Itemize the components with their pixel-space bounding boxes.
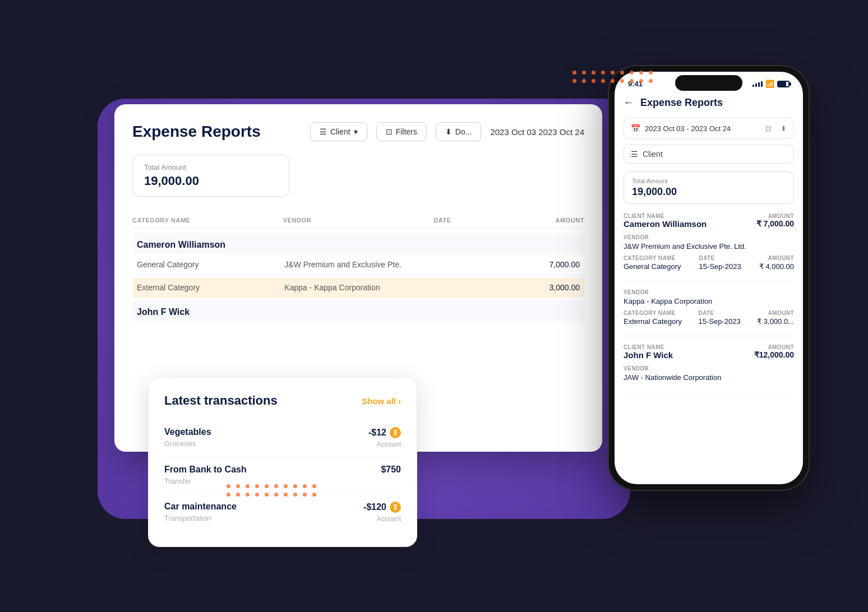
- trans-amount-right: -$120 ₿ Account: [363, 502, 401, 523]
- phone-content: ← Expense Reports 📅 2023 Oct 03 - 2023 O…: [615, 92, 803, 477]
- total-amount-label: Total Amount: [144, 163, 278, 171]
- trans-sub: Transportation: [164, 514, 237, 522]
- vendor-cell: J&W Premium and Exclusive Pte.: [284, 260, 432, 269]
- phone-outer: 9:41 📶: [608, 65, 810, 491]
- col-category: CATEGORY NAME: [132, 217, 283, 224]
- download-button[interactable]: ⬇ Do...: [436, 122, 482, 141]
- detail-header: CATEGORY NAME General Category DATE 15-S…: [624, 255, 794, 271]
- phone-section-john: CLIENT NAME John F Wick AMOUNT ₹12,000.0…: [624, 344, 794, 395]
- wifi-icon: 📶: [765, 80, 774, 88]
- trans-name: From Bank to Cash: [164, 465, 247, 475]
- download-icon: ⬇: [445, 127, 452, 136]
- trans-details: Car maintenance Transportation: [164, 502, 237, 522]
- col-amount: AMOUNT: [509, 217, 584, 224]
- filters-button[interactable]: ⊡ Filters: [376, 122, 427, 141]
- client-label: Client: [643, 150, 663, 159]
- vendor-cell: Kappa - Kappa Corporation: [284, 283, 432, 292]
- trans-amount: -$120 ₿: [363, 502, 401, 513]
- filter-icon: ⊡: [386, 127, 393, 136]
- transaction-item-car: Car maintenance Transportation -$120 ₿ A…: [164, 494, 401, 531]
- client-name-label: CLIENT NAME Cameron Williamson: [624, 213, 707, 232]
- vendor-name: Kappa - Kappa Corporation: [624, 297, 794, 305]
- transaction-item-vegetables: Vegetables Groceries -$12 ₿ Account: [164, 419, 401, 457]
- filter-lines-icon: ☰: [320, 127, 327, 136]
- show-all-button[interactable]: Show all ›: [362, 396, 401, 406]
- menu-icon: ☰: [631, 150, 638, 159]
- coin-icon: ₿: [390, 502, 401, 513]
- popup-title: Latest transactions: [164, 393, 278, 408]
- transactions-popup: Latest transactions Show all › Vegetable…: [148, 377, 417, 547]
- desktop-header: Expense Reports ☰ Client ▾ ⊡ Filters ⬇ D…: [132, 122, 584, 141]
- phone-mockup: 9:41 📶: [608, 65, 810, 491]
- phone-client-filter[interactable]: ☰ Client: [624, 145, 794, 164]
- category-cell: External Category: [137, 283, 284, 292]
- filter-icon: ⊡: [765, 124, 772, 133]
- phone-total-label: Total Amount: [632, 178, 786, 184]
- phone-total-value: 19,000.00: [632, 186, 786, 198]
- vendor-label: VENDOR: [624, 234, 794, 240]
- category-cell: General Category: [137, 260, 284, 269]
- calendar-icon: 📅: [631, 124, 640, 133]
- amount-cell: 7,000.00: [506, 260, 580, 269]
- phone-nav: ← Expense Reports: [624, 92, 794, 118]
- trans-amount-right: -$12 ₿ Account: [368, 427, 401, 448]
- trans-amount-right: $750: [381, 465, 401, 477]
- coin-icon: ₿: [390, 427, 401, 438]
- chevron-right-icon: ›: [398, 396, 401, 406]
- col-date: DATE: [433, 217, 509, 224]
- amount-label: AMOUNT ₹12,000.00: [754, 344, 794, 363]
- trans-sub: Groceries: [164, 439, 211, 448]
- client-name-label: CLIENT NAME John F Wick: [624, 344, 673, 363]
- trans-name: Vegetables: [164, 427, 211, 437]
- table-header: CATEGORY NAME VENDOR DATE AMOUNT: [132, 212, 584, 229]
- vendor-name: J&W Premium and Exclusive Pte. Ltd.: [624, 242, 794, 251]
- vendor-label: VENDOR: [624, 365, 794, 372]
- trans-type: Account: [368, 441, 401, 448]
- amount-label: AMOUNT ₹ 7,000.00: [756, 213, 794, 232]
- back-button[interactable]: ←: [624, 97, 634, 109]
- phone-section-kappa: VENDOR Kappa - Kappa Corporation CATEGOR…: [624, 289, 794, 336]
- date-range: 2023 Oct 03 2023 Oct 24: [490, 127, 584, 137]
- total-amount-box: Total Amount 19,000.00: [132, 155, 289, 197]
- table-row: General Category J&W Premium and Exclusi…: [132, 254, 584, 275]
- phone-total-box: Total Amount 19,000.00: [624, 171, 794, 204]
- detail-header: CATEGORY NAME External Category DATE 15-…: [624, 310, 794, 326]
- trans-amount: $750: [381, 465, 401, 475]
- client-filter-button[interactable]: ☰ Client ▾: [310, 122, 367, 141]
- trans-details: From Bank to Cash Transfer: [164, 465, 247, 485]
- status-icons: 📶: [752, 80, 789, 88]
- battery-icon: [777, 81, 789, 87]
- popup-header: Latest transactions Show all ›: [164, 393, 401, 408]
- phone-screen: 9:41 📶: [615, 72, 803, 484]
- chevron-down-icon: ▾: [354, 127, 358, 136]
- amount-cell: 3,000.00: [506, 283, 580, 292]
- client-group-john: John F Wick: [132, 300, 584, 322]
- trans-type: Account: [363, 515, 401, 523]
- phone-section-cameron: CLIENT NAME Cameron Williamson AMOUNT ₹ …: [624, 213, 794, 281]
- phone-notch: [675, 75, 742, 91]
- date-range-text: 2023 Oct 03 - 2023 Oct 24: [645, 124, 731, 133]
- phone-page-title: Expense Reports: [640, 97, 723, 109]
- client-name-john: John F Wick: [132, 300, 584, 322]
- phone-date-range[interactable]: 📅 2023 Oct 03 - 2023 Oct 24 ⊡ ⬇: [624, 118, 794, 139]
- signal-icon: [752, 81, 763, 87]
- vendor-name: JAW - Nationwide Corporation: [624, 373, 794, 382]
- section-header: CLIENT NAME Cameron Williamson AMOUNT ₹ …: [624, 213, 794, 232]
- vendor-label: VENDOR: [624, 289, 794, 295]
- trans-amount: -$12 ₿: [368, 427, 401, 438]
- total-amount-value: 19,000.00: [144, 174, 278, 188]
- client-name-cameron: Cameron Williamson: [132, 233, 584, 254]
- trans-name: Car maintenance: [164, 502, 237, 512]
- download-icon: ⬇: [781, 124, 787, 133]
- table-row: External Category Kappa - Kappa Corporat…: [132, 277, 584, 298]
- page-title: Expense Reports: [132, 123, 301, 141]
- trans-details: Vegetables Groceries: [164, 427, 211, 448]
- col-vendor: VENDOR: [283, 217, 434, 224]
- section-header: CLIENT NAME John F Wick AMOUNT ₹12,000.0…: [624, 344, 794, 363]
- client-group-cameron: Cameron Williamson General Category J&W …: [132, 233, 584, 275]
